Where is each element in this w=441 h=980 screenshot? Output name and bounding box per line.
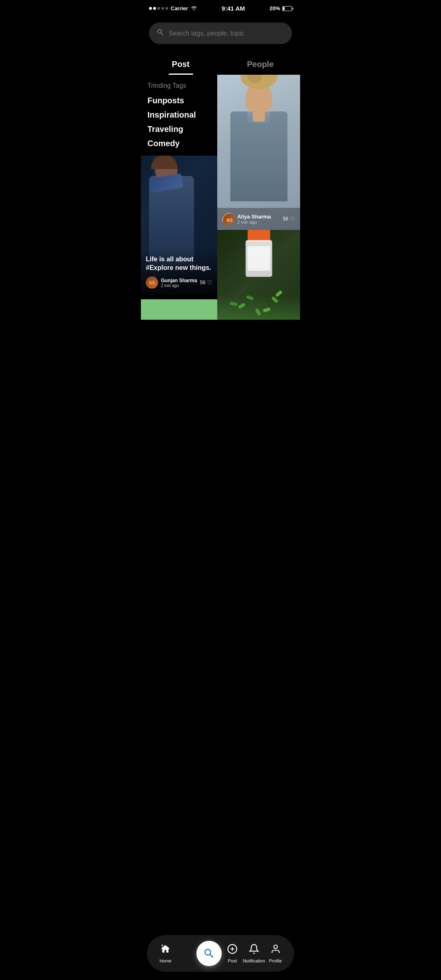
post-author-left: GS Gunjan Sharma 2 min ago [146, 276, 197, 289]
post-card-right-top-overlay: AS Aliya Sharma 2 min ago 56 ♡ [217, 208, 300, 230]
like-number-right: 56 [283, 216, 288, 222]
status-time: 9:41 AM [222, 5, 245, 12]
trending-tag-traveling[interactable]: Traveling [147, 125, 211, 134]
green-section-left [141, 299, 217, 320]
trending-tags-list: Funposts Inspirational Traveling Comedy [147, 96, 211, 148]
trending-tag-comedy[interactable]: Comedy [147, 139, 211, 148]
author-info-left: Gunjan Sharma 2 min ago [161, 278, 197, 288]
wifi-icon [191, 5, 197, 12]
trending-section: Trinding Tags Funposts Inspirational Tra… [141, 75, 217, 156]
tab-bar: Post People [141, 48, 300, 75]
author-time-right: 2 min ago [237, 220, 271, 225]
author-name-left: Gunjan Sharma [161, 278, 197, 283]
battery-icon [282, 6, 292, 11]
signal-dot-4 [161, 7, 164, 10]
author-avatar-left: GS [146, 276, 158, 289]
like-number-left: 56 [200, 280, 205, 285]
signal-dots [149, 7, 168, 10]
post-meta-left: GS Gunjan Sharma 2 min ago 56 ♡ [146, 276, 212, 289]
search-input[interactable] [169, 30, 285, 37]
author-time-left: 2 min ago [161, 283, 197, 288]
signal-dot-5 [165, 7, 168, 10]
status-right: 20% [270, 5, 292, 11]
search-bar[interactable] [149, 22, 292, 44]
search-icon [156, 28, 165, 38]
author-info-right: Aliya Sharma 2 min ago [237, 214, 271, 225]
left-column: Trinding Tags Funposts Inspirational Tra… [141, 75, 217, 320]
post-meta-right: AS Aliya Sharma 2 min ago 56 ♡ [222, 213, 295, 225]
status-left: Carrier [149, 5, 197, 12]
post-author-right: AS Aliya Sharma 2 min ago [222, 213, 271, 225]
carrier-label: Carrier [171, 5, 188, 11]
author-name-right: Aliya Sharma [237, 214, 271, 220]
search-container [141, 14, 300, 48]
like-count-right[interactable]: 56 ♡ [283, 216, 295, 222]
trending-label: Trinding Tags [147, 82, 211, 89]
like-count-left[interactable]: 56 ♡ [200, 279, 212, 286]
content-grid: Trinding Tags Funposts Inspirational Tra… [141, 75, 300, 320]
post-card-right-bottom[interactable] [217, 230, 300, 320]
post-card-left[interactable]: Life is all about #Explore new things. G… [141, 156, 217, 299]
tab-post[interactable]: Post [141, 55, 220, 75]
signal-dot-2 [153, 7, 156, 10]
signal-dot-1 [149, 7, 152, 10]
trending-tag-inspirational[interactable]: Inspirational [147, 110, 211, 120]
right-column: AS Aliya Sharma 2 min ago 56 ♡ [217, 75, 300, 320]
post-card-left-overlay: Life is all about #Explore new things. G… [141, 249, 217, 294]
post-caption: Life is all about #Explore new things. [146, 255, 212, 272]
heart-icon-left: ♡ [207, 279, 212, 286]
post-card-right-top[interactable]: AS Aliya Sharma 2 min ago 56 ♡ [217, 75, 300, 230]
signal-dot-3 [157, 7, 160, 10]
tab-people[interactable]: People [220, 55, 300, 75]
status-bar: Carrier 9:41 AM 20% [141, 0, 300, 14]
battery-percent: 20% [270, 5, 280, 11]
heart-icon-right: ♡ [290, 216, 295, 222]
author-avatar-right: AS [222, 213, 234, 225]
trending-tag-funposts[interactable]: Funposts [147, 96, 211, 105]
